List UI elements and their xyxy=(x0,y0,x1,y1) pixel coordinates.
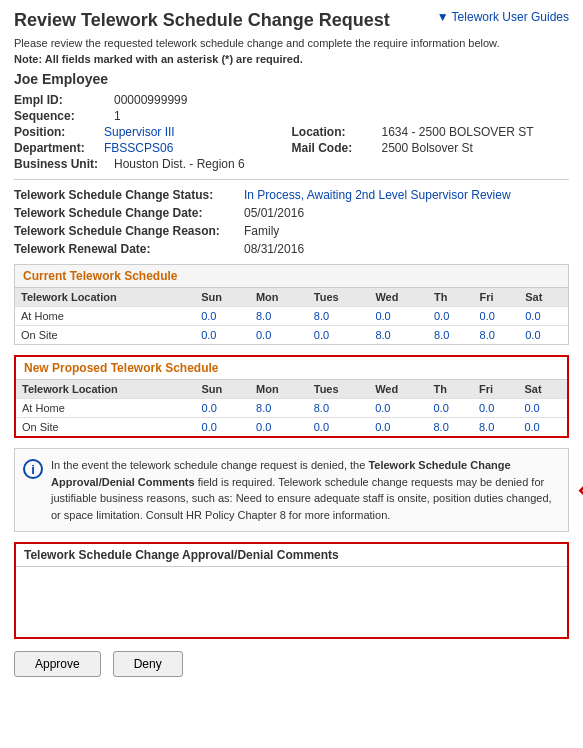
department-value: FBSSCPS06 xyxy=(104,141,173,155)
location-label: Location: xyxy=(292,125,382,139)
mon-cell: 0.0 xyxy=(250,326,308,345)
proposed-col-fri: Fri xyxy=(473,380,518,399)
location-col: Location: 1634 - 2500 BOLSOVER ST xyxy=(292,125,570,139)
comments-section: Telework Schedule Change Approval/Denial… xyxy=(14,542,569,639)
intro-text: Please review the requested telework sch… xyxy=(14,37,569,49)
fri-cell: 0.0 xyxy=(474,307,520,326)
change-date-value: 05/01/2016 xyxy=(244,206,304,220)
sat-cell: 0.0 xyxy=(519,307,568,326)
required-note: Note: All fields marked with an asterisk… xyxy=(14,53,569,65)
proposed-col-mon: Mon xyxy=(250,380,308,399)
wed-cell: 8.0 xyxy=(369,326,428,345)
proposed-schedule-header: New Proposed Telework Schedule xyxy=(16,357,567,379)
tues-cell: 0.0 xyxy=(308,418,369,437)
change-date-row: Telework Schedule Change Date: 05/01/201… xyxy=(14,206,569,220)
status-value: In Process, Awaiting 2nd Level Superviso… xyxy=(244,188,511,202)
status-label: Telework Schedule Change Status: xyxy=(14,188,244,202)
proposed-col-tues: Tues xyxy=(308,380,369,399)
tues-cell: 0.0 xyxy=(308,326,370,345)
position-value: Supervisor III xyxy=(104,125,175,139)
location-cell: At Home xyxy=(16,399,196,418)
business-unit-row: Business Unit: Houston Dist. - Region 6 xyxy=(14,157,569,171)
current-schedule-header-row: Telework Location Sun Mon Tues Wed Th Fr… xyxy=(15,288,568,307)
wed-cell: 0.0 xyxy=(369,418,427,437)
empl-id-value: 00000999999 xyxy=(114,93,187,107)
tues-cell: 8.0 xyxy=(308,399,369,418)
employee-section: Joe Employee Empl ID: 00000999999 Sequen… xyxy=(14,71,569,171)
current-col-sat: Sat xyxy=(519,288,568,307)
fri-cell: 8.0 xyxy=(473,418,518,437)
proposed-col-sun: Sun xyxy=(196,380,251,399)
comments-textarea[interactable] xyxy=(16,567,567,637)
change-reason-value: Family xyxy=(244,224,279,238)
sequence-value: 1 xyxy=(114,109,121,123)
position-label: Position: xyxy=(14,125,104,139)
deny-button[interactable]: Deny xyxy=(113,651,183,677)
position-col: Position: Supervisor III xyxy=(14,125,292,139)
sat-cell: 0.0 xyxy=(519,326,568,345)
wed-cell: 0.0 xyxy=(369,307,428,326)
dept-mailcode-row: Department: FBSSCPS06 Mail Code: 2500 Bo… xyxy=(14,141,569,155)
business-unit-label: Business Unit: xyxy=(14,157,114,171)
sequence-row: Sequence: 1 xyxy=(14,109,569,123)
current-schedule-section: Current Telework Schedule Telework Locat… xyxy=(14,264,569,345)
business-unit-value: Houston Dist. - Region 6 xyxy=(114,157,245,171)
info-box: i In the event the telework schedule cha… xyxy=(14,448,569,532)
proposed-col-th: Th xyxy=(427,380,472,399)
current-col-mon: Mon xyxy=(250,288,308,307)
location-cell: On Site xyxy=(16,418,196,437)
current-col-tues: Tues xyxy=(308,288,370,307)
comments-header: Telework Schedule Change Approval/Denial… xyxy=(16,544,567,567)
info-text-part1: In the event the telework schedule chang… xyxy=(51,459,368,471)
current-col-fri: Fri xyxy=(474,288,520,307)
status-row: Telework Schedule Change Status: In Proc… xyxy=(14,188,569,202)
th-cell: 0.0 xyxy=(428,307,474,326)
proposed-schedule-table: Telework Location Sun Mon Tues Wed Th Fr… xyxy=(16,379,567,436)
empl-id-row: Empl ID: 00000999999 xyxy=(14,93,569,107)
mail-code-col: Mail Code: 2500 Bolsover St xyxy=(292,141,570,155)
fri-cell: 0.0 xyxy=(473,399,518,418)
sun-cell: 0.0 xyxy=(196,399,251,418)
mail-code-label: Mail Code: xyxy=(292,141,382,155)
empl-id-label: Empl ID: xyxy=(14,93,114,107)
current-col-th: Th xyxy=(428,288,474,307)
renewal-date-value: 08/31/2016 xyxy=(244,242,304,256)
page-header: Review Telework Schedule Change Request … xyxy=(14,10,569,31)
table-row: On Site 0.0 0.0 0.0 0.0 8.0 8.0 0.0 xyxy=(16,418,567,437)
department-col: Department: FBSSCPS06 xyxy=(14,141,292,155)
current-col-location: Telework Location xyxy=(15,288,195,307)
table-row: At Home 0.0 8.0 8.0 0.0 0.0 0.0 0.0 xyxy=(15,307,568,326)
fri-cell: 8.0 xyxy=(474,326,520,345)
proposed-col-wed: Wed xyxy=(369,380,427,399)
schedule-change-section: Telework Schedule Change Status: In Proc… xyxy=(14,188,569,256)
location-cell: At Home xyxy=(15,307,195,326)
telework-user-guides-link[interactable]: ▼ Telework User Guides xyxy=(437,10,569,24)
renewal-date-row: Telework Renewal Date: 08/31/2016 xyxy=(14,242,569,256)
page-title: Review Telework Schedule Change Request xyxy=(14,10,390,31)
location-cell: On Site xyxy=(15,326,195,345)
current-col-wed: Wed xyxy=(369,288,428,307)
th-cell: 8.0 xyxy=(428,326,474,345)
change-reason-label: Telework Schedule Change Reason: xyxy=(14,224,244,238)
current-schedule-table: Telework Location Sun Mon Tues Wed Th Fr… xyxy=(15,287,568,344)
change-date-label: Telework Schedule Change Date: xyxy=(14,206,244,220)
sun-cell: 0.0 xyxy=(195,326,250,345)
proposed-col-location: Telework Location xyxy=(16,380,196,399)
sun-cell: 0.0 xyxy=(195,307,250,326)
location-value: 1634 - 2500 BOLSOVER ST xyxy=(382,125,534,139)
mon-cell: 8.0 xyxy=(250,307,308,326)
proposed-schedule-header-row: Telework Location Sun Mon Tues Wed Th Fr… xyxy=(16,380,567,399)
sequence-label: Sequence: xyxy=(14,109,114,123)
mon-cell: 0.0 xyxy=(250,418,308,437)
table-row: At Home 0.0 8.0 8.0 0.0 0.0 0.0 0.0 xyxy=(16,399,567,418)
sat-cell: 0.0 xyxy=(518,399,567,418)
table-row: On Site 0.0 0.0 0.0 8.0 8.0 8.0 0.0 xyxy=(15,326,568,345)
th-cell: 0.0 xyxy=(427,399,472,418)
mon-cell: 8.0 xyxy=(250,399,308,418)
tues-cell: 8.0 xyxy=(308,307,370,326)
proposed-col-sat: Sat xyxy=(518,380,567,399)
approve-button[interactable]: Approve xyxy=(14,651,101,677)
renewal-date-label: Telework Renewal Date: xyxy=(14,242,244,256)
arrow-icon: ⇦ xyxy=(578,474,583,507)
current-schedule-header: Current Telework Schedule xyxy=(15,265,568,287)
